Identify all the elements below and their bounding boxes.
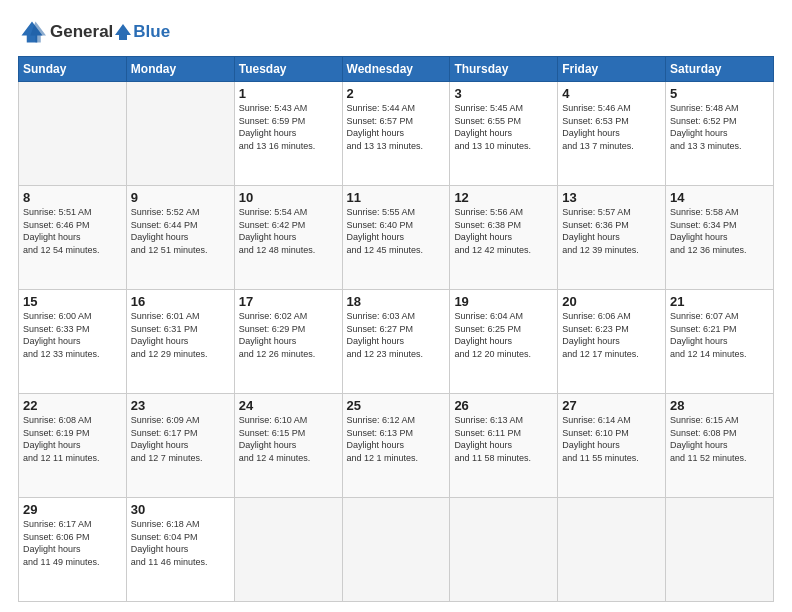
day-number: 19 [454,294,553,309]
calendar-day: 22Sunrise: 6:08 AMSunset: 6:19 PMDayligh… [19,394,127,498]
weekday-header: Sunday [19,57,127,82]
day-info: Sunrise: 6:04 AMSunset: 6:25 PMDaylight … [454,310,553,360]
day-info: Sunrise: 6:02 AMSunset: 6:29 PMDaylight … [239,310,338,360]
calendar-day: 16Sunrise: 6:01 AMSunset: 6:31 PMDayligh… [126,290,234,394]
day-info: Sunrise: 6:15 AMSunset: 6:08 PMDaylight … [670,414,769,464]
day-number: 16 [131,294,230,309]
calendar-week: 15Sunrise: 6:00 AMSunset: 6:33 PMDayligh… [19,290,774,394]
calendar-day: 5Sunrise: 5:48 AMSunset: 6:52 PMDaylight… [666,82,774,186]
day-info: Sunrise: 5:52 AMSunset: 6:44 PMDaylight … [131,206,230,256]
weekday-header: Tuesday [234,57,342,82]
calendar-day: 23Sunrise: 6:09 AMSunset: 6:17 PMDayligh… [126,394,234,498]
calendar-week: 8Sunrise: 5:51 AMSunset: 6:46 PMDaylight… [19,186,774,290]
logo-icon [18,18,46,46]
day-info: Sunrise: 5:46 AMSunset: 6:53 PMDaylight … [562,102,661,152]
day-info: Sunrise: 5:44 AMSunset: 6:57 PMDaylight … [347,102,446,152]
day-info: Sunrise: 6:17 AMSunset: 6:06 PMDaylight … [23,518,122,568]
day-number: 9 [131,190,230,205]
calendar-day [450,498,558,602]
day-info: Sunrise: 5:58 AMSunset: 6:34 PMDaylight … [670,206,769,256]
calendar-header: SundayMondayTuesdayWednesdayThursdayFrid… [19,57,774,82]
day-info: Sunrise: 6:14 AMSunset: 6:10 PMDaylight … [562,414,661,464]
calendar-day: 2Sunrise: 5:44 AMSunset: 6:57 PMDaylight… [342,82,450,186]
weekday-header: Saturday [666,57,774,82]
day-info: Sunrise: 6:13 AMSunset: 6:11 PMDaylight … [454,414,553,464]
calendar-day: 30Sunrise: 6:18 AMSunset: 6:04 PMDayligh… [126,498,234,602]
day-number: 4 [562,86,661,101]
calendar-day: 15Sunrise: 6:00 AMSunset: 6:33 PMDayligh… [19,290,127,394]
day-number: 12 [454,190,553,205]
day-number: 15 [23,294,122,309]
day-number: 13 [562,190,661,205]
calendar-day: 18Sunrise: 6:03 AMSunset: 6:27 PMDayligh… [342,290,450,394]
day-info: Sunrise: 5:54 AMSunset: 6:42 PMDaylight … [239,206,338,256]
day-number: 24 [239,398,338,413]
calendar-day: 11Sunrise: 5:55 AMSunset: 6:40 PMDayligh… [342,186,450,290]
calendar-week: 22Sunrise: 6:08 AMSunset: 6:19 PMDayligh… [19,394,774,498]
calendar-day: 21Sunrise: 6:07 AMSunset: 6:21 PMDayligh… [666,290,774,394]
day-number: 20 [562,294,661,309]
calendar-day: 17Sunrise: 6:02 AMSunset: 6:29 PMDayligh… [234,290,342,394]
day-info: Sunrise: 5:48 AMSunset: 6:52 PMDaylight … [670,102,769,152]
day-number: 22 [23,398,122,413]
day-info: Sunrise: 6:01 AMSunset: 6:31 PMDaylight … [131,310,230,360]
day-info: Sunrise: 6:08 AMSunset: 6:19 PMDaylight … [23,414,122,464]
calendar-body: 1Sunrise: 5:43 AMSunset: 6:59 PMDaylight… [19,82,774,602]
calendar-day: 25Sunrise: 6:12 AMSunset: 6:13 PMDayligh… [342,394,450,498]
day-number: 30 [131,502,230,517]
day-number: 3 [454,86,553,101]
day-info: Sunrise: 5:55 AMSunset: 6:40 PMDaylight … [347,206,446,256]
calendar-day: 29Sunrise: 6:17 AMSunset: 6:06 PMDayligh… [19,498,127,602]
calendar-day: 24Sunrise: 6:10 AMSunset: 6:15 PMDayligh… [234,394,342,498]
calendar-day: 3Sunrise: 5:45 AMSunset: 6:55 PMDaylight… [450,82,558,186]
day-number: 27 [562,398,661,413]
day-number: 10 [239,190,338,205]
day-info: Sunrise: 6:00 AMSunset: 6:33 PMDaylight … [23,310,122,360]
day-info: Sunrise: 6:07 AMSunset: 6:21 PMDaylight … [670,310,769,360]
day-info: Sunrise: 5:56 AMSunset: 6:38 PMDaylight … [454,206,553,256]
day-info: Sunrise: 5:45 AMSunset: 6:55 PMDaylight … [454,102,553,152]
logo: GeneralBlue [18,18,170,46]
day-info: Sunrise: 5:43 AMSunset: 6:59 PMDaylight … [239,102,338,152]
day-info: Sunrise: 6:10 AMSunset: 6:15 PMDaylight … [239,414,338,464]
calendar-day [19,82,127,186]
calendar: SundayMondayTuesdayWednesdayThursdayFrid… [18,56,774,602]
page: GeneralBlue SundayMondayTuesdayWednesday… [0,0,792,612]
day-number: 11 [347,190,446,205]
day-info: Sunrise: 5:51 AMSunset: 6:46 PMDaylight … [23,206,122,256]
day-number: 8 [23,190,122,205]
calendar-day: 9Sunrise: 5:52 AMSunset: 6:44 PMDaylight… [126,186,234,290]
day-number: 1 [239,86,338,101]
day-number: 14 [670,190,769,205]
day-number: 26 [454,398,553,413]
day-number: 25 [347,398,446,413]
weekday-row: SundayMondayTuesdayWednesdayThursdayFrid… [19,57,774,82]
day-info: Sunrise: 6:03 AMSunset: 6:27 PMDaylight … [347,310,446,360]
day-info: Sunrise: 6:12 AMSunset: 6:13 PMDaylight … [347,414,446,464]
logo-text: GeneralBlue [50,22,170,42]
weekday-header: Monday [126,57,234,82]
calendar-day: 1Sunrise: 5:43 AMSunset: 6:59 PMDaylight… [234,82,342,186]
day-info: Sunrise: 5:57 AMSunset: 6:36 PMDaylight … [562,206,661,256]
day-info: Sunrise: 6:18 AMSunset: 6:04 PMDaylight … [131,518,230,568]
calendar-day: 10Sunrise: 5:54 AMSunset: 6:42 PMDayligh… [234,186,342,290]
calendar-day: 27Sunrise: 6:14 AMSunset: 6:10 PMDayligh… [558,394,666,498]
day-number: 2 [347,86,446,101]
calendar-day: 12Sunrise: 5:56 AMSunset: 6:38 PMDayligh… [450,186,558,290]
calendar-day [234,498,342,602]
day-number: 18 [347,294,446,309]
calendar-day: 20Sunrise: 6:06 AMSunset: 6:23 PMDayligh… [558,290,666,394]
day-info: Sunrise: 6:06 AMSunset: 6:23 PMDaylight … [562,310,661,360]
day-number: 23 [131,398,230,413]
day-number: 5 [670,86,769,101]
calendar-day: 8Sunrise: 5:51 AMSunset: 6:46 PMDaylight… [19,186,127,290]
calendar-day [558,498,666,602]
calendar-day: 13Sunrise: 5:57 AMSunset: 6:36 PMDayligh… [558,186,666,290]
calendar-day: 26Sunrise: 6:13 AMSunset: 6:11 PMDayligh… [450,394,558,498]
calendar-day [126,82,234,186]
weekday-header: Thursday [450,57,558,82]
calendar-day [342,498,450,602]
calendar-week: 1Sunrise: 5:43 AMSunset: 6:59 PMDaylight… [19,82,774,186]
header: GeneralBlue [18,18,774,46]
day-info: Sunrise: 6:09 AMSunset: 6:17 PMDaylight … [131,414,230,464]
